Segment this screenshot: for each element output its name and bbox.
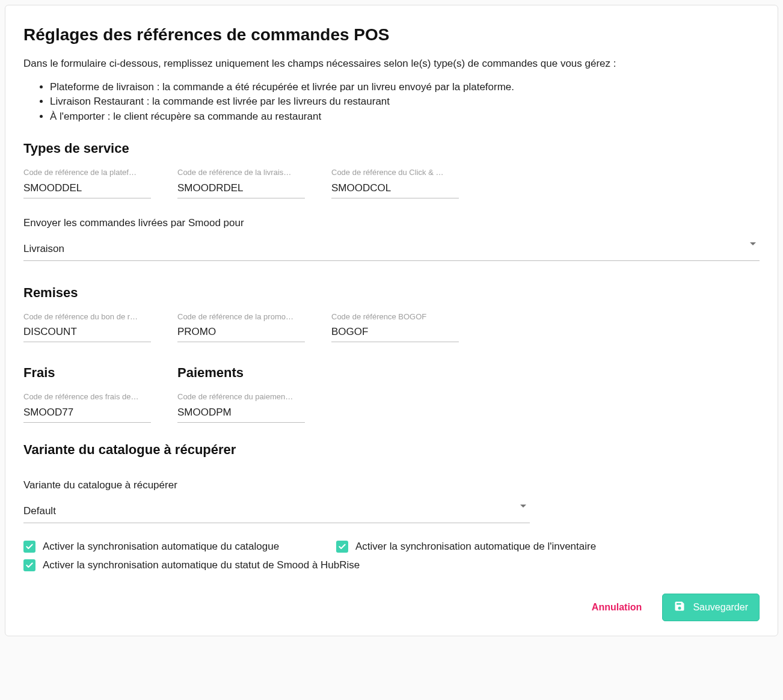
payments-heading: Paiements xyxy=(177,363,305,382)
save-button-label: Sauvegarder xyxy=(693,602,748,613)
bullet-item: Plateforme de livraison : la commande a … xyxy=(50,80,760,95)
checkbox-icon xyxy=(23,541,35,553)
coupon-ref-input[interactable] xyxy=(23,325,151,342)
coupon-ref-label: Code de référence du bon de r… xyxy=(23,311,151,323)
promo-ref-label: Code de référence de la promo… xyxy=(177,311,305,323)
send-orders-block: Envoyer les commandes livrées par Smood … xyxy=(23,215,760,261)
bogof-ref-field: Code de référence BOGOF xyxy=(331,311,459,343)
click-collect-ref-input[interactable] xyxy=(331,181,459,198)
click-collect-ref-label: Code de référence du Click & … xyxy=(331,167,459,179)
platform-ref-field: Code de référence de la platef… xyxy=(23,167,151,198)
variant-select-block: Variante du catalogue à récupérer Defaul… xyxy=(23,477,530,523)
intro-bullets: Plateforme de livraison : la commande a … xyxy=(50,80,760,124)
promo-ref-input[interactable] xyxy=(177,325,305,342)
fees-heading: Frais xyxy=(23,363,151,382)
payment-ref-field: Code de référence du paiemen… xyxy=(177,391,305,423)
variant-select-label: Variante du catalogue à récupérer xyxy=(23,477,530,493)
checkbox-group: Activer la synchronisation automatique d… xyxy=(23,539,760,573)
discounts-row: Code de référence du bon de r… Code de r… xyxy=(23,311,760,343)
save-button[interactable]: Sauvegarder xyxy=(662,594,760,621)
fees-column: Frais Code de référence des frais de… xyxy=(23,359,151,423)
page-title: Réglages des références de commandes POS xyxy=(23,22,760,48)
cancel-button[interactable]: Annulation xyxy=(589,597,645,618)
delivery-fee-field: Code de référence des frais de… xyxy=(23,391,151,423)
variant-heading: Variante du catalogue à récupérer xyxy=(23,440,760,459)
platform-ref-input[interactable] xyxy=(23,181,151,198)
click-collect-ref-field: Code de référence du Click & … xyxy=(331,167,459,198)
variant-select[interactable]: Default xyxy=(23,503,530,523)
bullet-item: Livraison Restaurant : la commande est l… xyxy=(50,94,760,109)
payments-column: Paiements Code de référence du paiemen… xyxy=(177,359,305,423)
checkbox-label: Activer la synchronisation automatique d… xyxy=(355,539,596,554)
platform-ref-label: Code de référence de la platef… xyxy=(23,167,151,179)
checkbox-icon xyxy=(336,541,348,553)
restaurant-ref-input[interactable] xyxy=(177,181,305,198)
checkbox-icon xyxy=(23,559,35,571)
send-orders-select[interactable]: Livraison xyxy=(23,241,760,261)
bullet-item: À l'emporter : le client récupère sa com… xyxy=(50,109,760,124)
bogof-ref-input[interactable] xyxy=(331,325,459,342)
chevron-down-icon xyxy=(520,505,526,508)
save-icon xyxy=(674,600,686,615)
variant-select-value: Default xyxy=(23,505,56,517)
payment-ref-input[interactable] xyxy=(177,405,305,423)
intro-text: Dans le formulaire ci-dessous, remplisse… xyxy=(23,56,760,72)
delivery-fee-input[interactable] xyxy=(23,405,151,423)
checkbox-label: Activer la synchronisation automatique d… xyxy=(43,539,279,554)
dialog-actions: Annulation Sauvegarder xyxy=(23,594,760,621)
chevron-down-icon xyxy=(750,242,756,245)
delivery-fee-label: Code de référence des frais de… xyxy=(23,391,151,403)
restaurant-ref-field: Code de référence de la livrais… xyxy=(177,167,305,198)
send-orders-value: Livraison xyxy=(23,243,64,254)
service-types-heading: Types de service xyxy=(23,138,760,158)
checkbox-label: Activer la synchronisation automatique d… xyxy=(43,557,360,573)
send-orders-label: Envoyer les commandes livrées par Smood … xyxy=(23,215,760,231)
payment-ref-label: Code de référence du paiemen… xyxy=(177,391,305,403)
bogof-ref-label: Code de référence BOGOF xyxy=(331,311,459,323)
restaurant-ref-label: Code de référence de la livrais… xyxy=(177,167,305,179)
checkbox-inventory-sync[interactable]: Activer la synchronisation automatique d… xyxy=(336,539,613,554)
promo-ref-field: Code de référence de la promo… xyxy=(177,311,305,343)
service-types-row: Code de référence de la platef… Code de … xyxy=(23,167,760,198)
discounts-heading: Remises xyxy=(23,283,760,302)
fees-payments-row: Frais Code de référence des frais de… Pa… xyxy=(23,359,760,423)
checkbox-catalog-sync[interactable]: Activer la synchronisation automatique d… xyxy=(23,539,300,554)
checkbox-status-sync[interactable]: Activer la synchronisation automatique d… xyxy=(23,557,384,573)
coupon-ref-field: Code de référence du bon de r… xyxy=(23,311,151,343)
settings-dialog: Réglages des références de commandes POS… xyxy=(5,5,778,636)
